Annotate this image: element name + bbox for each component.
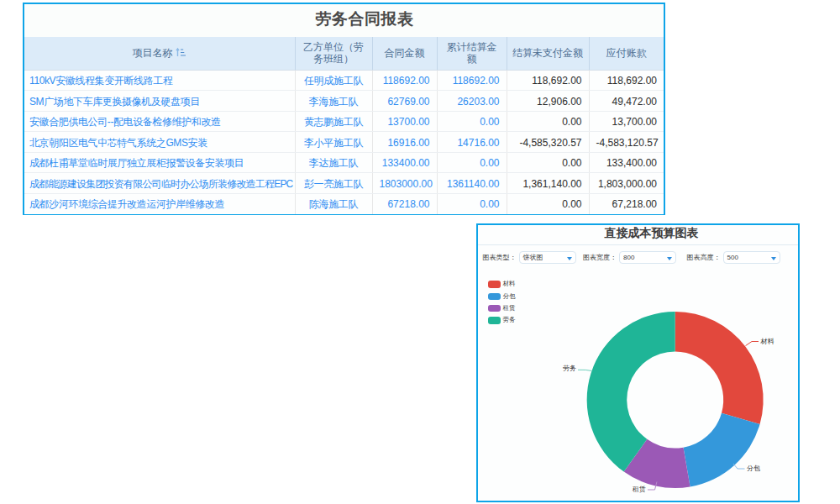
svg-text:材料: 材料 [760,338,774,345]
svg-text:分包: 分包 [747,465,760,472]
svg-text:租赁: 租赁 [632,486,646,493]
svg-text:劳务: 劳务 [563,365,576,372]
